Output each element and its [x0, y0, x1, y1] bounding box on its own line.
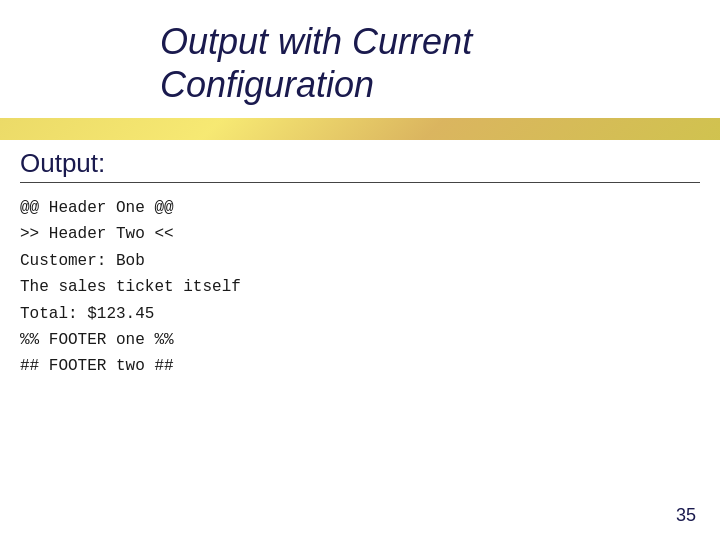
slide: Output with Current Configuration Output… [0, 0, 720, 540]
yellow-bar-decoration [0, 118, 720, 140]
code-line-7: ## FOOTER two ## [20, 353, 241, 379]
page-number: 35 [676, 505, 696, 526]
slide-title: Output with Current Configuration [160, 20, 680, 106]
code-line-1: @@ Header One @@ [20, 195, 241, 221]
code-block: @@ Header One @@ >> Header Two << Custom… [20, 195, 241, 380]
code-line-3: Customer: Bob [20, 248, 241, 274]
output-label: Output: [20, 148, 105, 179]
divider [20, 182, 700, 183]
code-line-2: >> Header Two << [20, 221, 241, 247]
code-line-6: %% FOOTER one %% [20, 327, 241, 353]
code-line-4: The sales ticket itself [20, 274, 241, 300]
code-line-5: Total: $123.45 [20, 301, 241, 327]
title-area: Output with Current Configuration [160, 20, 680, 106]
